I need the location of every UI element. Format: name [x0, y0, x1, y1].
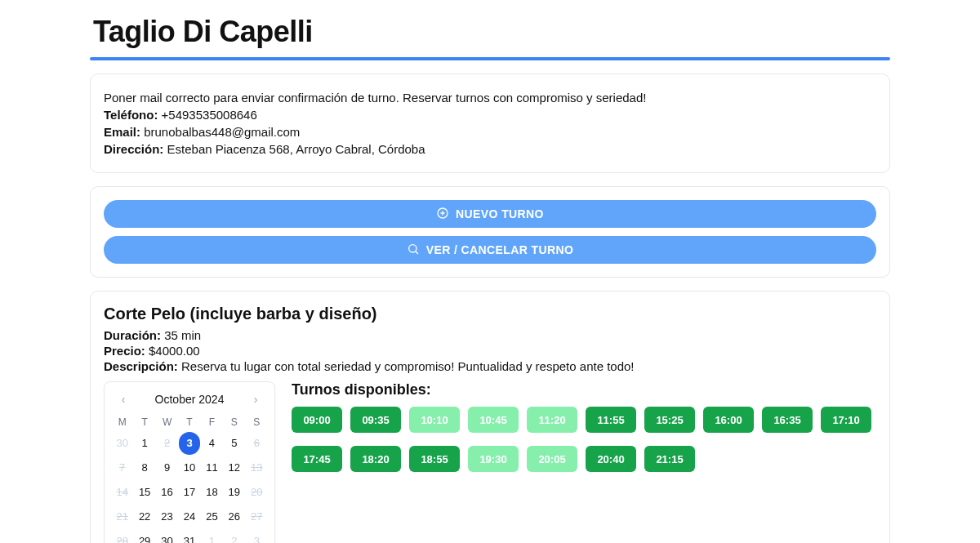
calendar-prev-button[interactable]: ‹: [114, 390, 132, 408]
calendar-dow: S: [246, 413, 268, 431]
calendar-day: 14: [112, 481, 132, 504]
time-slot-available[interactable]: 16:35: [762, 407, 813, 433]
calendar-day[interactable]: 29: [134, 530, 154, 543]
time-slot-available[interactable]: 18:55: [409, 446, 460, 472]
chevron-left-icon: ‹: [122, 393, 126, 406]
time-slot-unavailable: 10:45: [468, 407, 519, 433]
time-slot-unavailable: 20:05: [527, 446, 577, 472]
slots-column: Turnos disponibles: 09:0009:3510:1010:45…: [292, 381, 876, 477]
time-slot-unavailable: 10:10: [409, 407, 460, 433]
view-cancel-appointment-button[interactable]: VER / CANCELAR TURNO: [104, 236, 876, 264]
address-label: Dirección:: [104, 142, 163, 156]
calendar: ‹ October 2024 › MTWTFSS 301234567891011…: [104, 381, 275, 543]
service-card: Corte Pelo (incluye barba y diseño) Dura…: [90, 291, 890, 543]
calendar-day: 13: [247, 456, 267, 479]
calendar-day[interactable]: 8: [134, 456, 154, 479]
business-info-card: Poner mail correcto para enviar confirma…: [90, 73, 890, 173]
calendar-day: 2: [157, 432, 177, 455]
new-appointment-label: NUEVO TURNO: [456, 207, 544, 220]
calendar-day: 2: [224, 530, 244, 543]
calendar-day: 21: [112, 505, 132, 528]
phone-value: +5493535008646: [162, 108, 257, 122]
calendar-day[interactable]: 12: [224, 456, 244, 479]
time-slot-unavailable: 19:30: [468, 446, 519, 472]
calendar-day: 6: [247, 432, 267, 455]
svg-point-3: [408, 244, 416, 251]
time-slot-unavailable: 11:20: [527, 407, 577, 433]
page-title: Taglio Di Capelli: [93, 15, 887, 49]
time-slot-available[interactable]: 09:35: [350, 407, 401, 433]
calendar-day[interactable]: 26: [224, 505, 244, 528]
new-appointment-button[interactable]: NUEVO TURNO: [104, 200, 876, 228]
calendar-dow: T: [133, 413, 155, 431]
email-label: Email:: [104, 125, 140, 139]
time-slot-available[interactable]: 16:00: [703, 407, 754, 433]
calendar-day: 20: [247, 481, 267, 504]
calendar-dow-row: MTWTFSS: [111, 413, 268, 431]
calendar-next-button[interactable]: ›: [247, 390, 265, 408]
notice-text: Poner mail correcto para enviar confirma…: [104, 91, 876, 105]
price-value: $4000.00: [149, 344, 200, 358]
time-slot-available[interactable]: 11:55: [586, 407, 636, 433]
duration-value: 35 min: [164, 328, 201, 342]
calendar-day[interactable]: 11: [202, 456, 222, 479]
calendar-day[interactable]: 23: [157, 505, 177, 528]
calendar-day: 1: [202, 530, 222, 543]
calendar-day[interactable]: 1: [134, 432, 154, 455]
calendar-day[interactable]: 19: [224, 481, 244, 504]
time-slot-available[interactable]: 20:40: [586, 446, 636, 472]
time-slot-available[interactable]: 18:20: [350, 446, 401, 472]
calendar-day: 28: [112, 530, 132, 543]
time-slot-available[interactable]: 15:25: [644, 407, 695, 433]
search-icon: [407, 243, 420, 258]
slots-title: Turnos disponibles:: [292, 381, 876, 398]
time-slot-available[interactable]: 21:15: [644, 446, 695, 472]
price-label: Precio:: [104, 344, 145, 358]
calendar-day: 30: [112, 432, 132, 455]
time-slot-available[interactable]: 17:45: [292, 446, 342, 472]
calendar-day[interactable]: 5: [224, 432, 244, 455]
calendar-day[interactable]: 15: [134, 481, 154, 504]
service-meta: Duración: 35 min Precio: $4000.00 Descri…: [104, 328, 876, 373]
calendar-day[interactable]: 24: [179, 505, 199, 528]
calendar-day[interactable]: 25: [202, 505, 222, 528]
time-slot-available[interactable]: 17:10: [821, 407, 871, 433]
calendar-day[interactable]: 16: [157, 481, 177, 504]
calendar-day[interactable]: 17: [179, 481, 199, 504]
calendar-day[interactable]: 9: [157, 456, 177, 479]
address-value: Esteban Piacenza 568, Arroyo Cabral, Cór…: [167, 142, 425, 156]
calendar-day[interactable]: 30: [157, 530, 177, 543]
calendar-dow: S: [223, 413, 245, 431]
actions-card: NUEVO TURNO VER / CANCELAR TURNO: [90, 186, 890, 278]
calendar-day: 27: [247, 505, 267, 528]
calendar-day[interactable]: 18: [202, 481, 222, 504]
service-title: Corte Pelo (incluye barba y diseño): [104, 305, 876, 323]
slots-row: 09:0009:3510:1010:4511:2011:5515:2516:00…: [292, 407, 876, 477]
calendar-day[interactable]: 10: [179, 456, 199, 479]
title-accent: [90, 57, 890, 60]
calendar-dow: T: [178, 413, 200, 431]
svg-line-4: [415, 251, 417, 253]
calendar-day: 7: [112, 456, 132, 479]
chevron-right-icon: ›: [254, 393, 258, 406]
description-label: Descripción:: [104, 359, 178, 373]
calendar-dow: F: [201, 413, 223, 431]
calendar-day: 3: [247, 530, 267, 543]
calendar-day-selected[interactable]: 3: [179, 432, 199, 455]
calendar-days-grid: 3012345678910111213141516171819202122232…: [111, 431, 268, 543]
phone-label: Teléfono:: [104, 108, 158, 122]
description-value: Reserva tu lugar con total seriedad y co…: [181, 359, 634, 373]
plus-circle-icon: [436, 207, 449, 222]
calendar-month-label: October 2024: [155, 393, 225, 406]
duration-label: Duración:: [104, 328, 161, 342]
calendar-dow: W: [156, 413, 178, 431]
calendar-day[interactable]: 4: [202, 432, 222, 455]
view-cancel-appointment-label: VER / CANCELAR TURNO: [426, 243, 574, 256]
calendar-dow: M: [111, 413, 133, 431]
time-slot-available[interactable]: 09:00: [292, 407, 342, 433]
calendar-day[interactable]: 31: [179, 530, 199, 543]
calendar-day[interactable]: 22: [134, 505, 154, 528]
email-value: brunobalbas448@gmail.com: [144, 125, 300, 139]
